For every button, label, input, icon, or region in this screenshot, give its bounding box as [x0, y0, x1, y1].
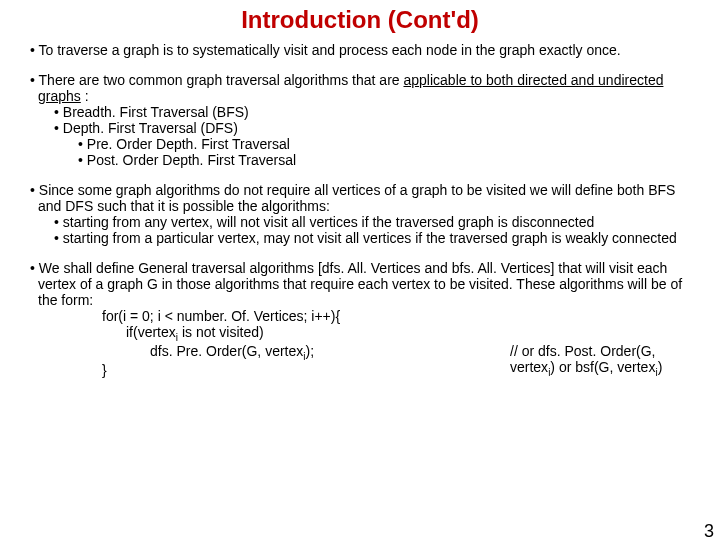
bullet-3-s2: • starting from a particular vertex, may… — [54, 230, 700, 246]
slide-title: Introduction (Cont'd) — [0, 6, 720, 34]
bullet-1-text: To traverse a graph is to systematically… — [39, 42, 621, 58]
bullet-3: • Since some graph algorithms do not req… — [30, 182, 700, 214]
bullet-2-post: • Post. Order Depth. First Traversal — [78, 152, 700, 168]
slide: Introduction (Cont'd) • To traverse a gr… — [0, 6, 720, 540]
page-number: 3 — [704, 521, 714, 540]
bullet-block-4: • We shall define General traversal algo… — [30, 260, 700, 378]
bullet-1: • To traverse a graph is to systematical… — [30, 42, 700, 58]
slide-content: • To traverse a graph is to systematical… — [0, 42, 720, 378]
bullet-block-1: • To traverse a graph is to systematical… — [30, 42, 700, 58]
bullet-2-bfs: • Breadth. First Traversal (BFS) — [54, 104, 700, 120]
bullet-2-intro: There are two common graph traversal alg… — [39, 72, 404, 88]
code-line-call: dfs. Pre. Order(G, vertexi); // or dfs. … — [150, 343, 700, 362]
code-comment: // or dfs. Post. Order(G, vertexi) or bs… — [510, 343, 700, 378]
bullet-2: • There are two common graph traversal a… — [30, 72, 700, 104]
bullet-block-3: • Since some graph algorithms do not req… — [30, 182, 700, 246]
bullet-3-s1: • starting from any vertex, will not vis… — [54, 214, 700, 230]
bullet-2-pre: • Pre. Order Depth. First Traversal — [78, 136, 700, 152]
code-line-for: for(i = 0; i < number. Of. Vertices; i++… — [102, 308, 700, 324]
code-line-if: if(vertexi is not visited) — [126, 324, 700, 343]
code-block: for(i = 0; i < number. Of. Vertices; i++… — [102, 308, 700, 378]
bullet-2-colon: : — [81, 88, 89, 104]
bullet-2-dfs: • Depth. First Traversal (DFS) — [54, 120, 700, 136]
bullet-block-2: • There are two common graph traversal a… — [30, 72, 700, 168]
bullet-4: • We shall define General traversal algo… — [30, 260, 700, 308]
